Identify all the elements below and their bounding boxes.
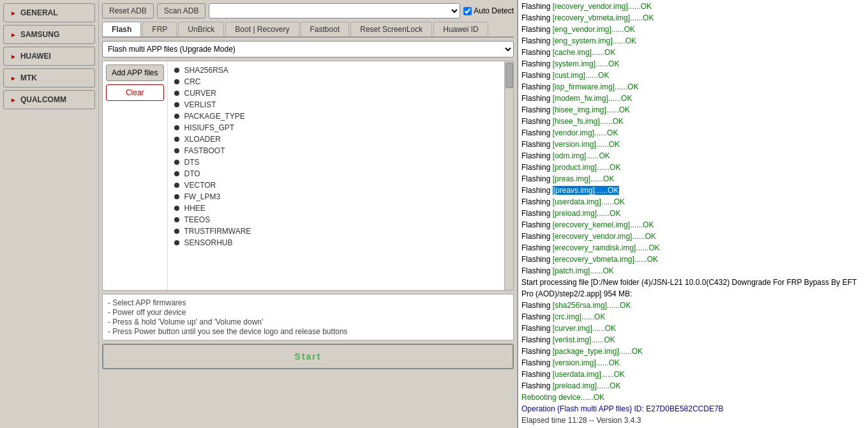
dot-icon bbox=[174, 240, 179, 245]
log-line: Flashing [userdata.img]......OK bbox=[521, 369, 865, 380]
list-item: FW_LPM3 bbox=[174, 191, 498, 203]
log-line: Flashing [cache.img]......OK bbox=[521, 47, 865, 58]
dot-icon bbox=[174, 91, 179, 96]
mode-select[interactable]: Flash multi APP files (Upgrade Mode) bbox=[102, 41, 514, 57]
log-line: Rebooting device......OK bbox=[521, 392, 865, 403]
log-line: Operation {Flash multi APP files} ID: E2… bbox=[521, 403, 865, 415]
file-controls: Add APP files Clear bbox=[103, 61, 168, 290]
tab-reset_screenlock[interactable]: Reset ScreenLock bbox=[350, 22, 432, 36]
file-name: SHA256RSA bbox=[184, 66, 228, 75]
instruction-line: - Select APP firmwares bbox=[108, 298, 508, 307]
tab-huawei_id[interactable]: Huawei ID bbox=[433, 22, 488, 36]
list-item: CURVER bbox=[174, 88, 498, 99]
arrow-icon: ► bbox=[10, 31, 17, 38]
list-item: PACKAGE_TYPE bbox=[174, 111, 498, 122]
sidebar-item-qualcomm[interactable]: ► QUALCOMM bbox=[3, 90, 95, 109]
port-select[interactable] bbox=[209, 3, 460, 19]
sidebar-item-mtk[interactable]: ► MTK bbox=[3, 68, 95, 88]
file-name: VECTOR bbox=[184, 181, 216, 190]
arrow-icon: ► bbox=[10, 96, 17, 103]
sidebar: ► GENERAL► SAMSUNG► HUAWEI► MTK► QUALCOM… bbox=[0, 0, 99, 428]
list-item: FASTBOOT bbox=[174, 145, 498, 157]
dot-icon bbox=[174, 125, 179, 130]
instruction-line: - Press & hold 'Volume up' and 'Volume d… bbox=[108, 317, 508, 326]
sidebar-item-label: SAMSUNG bbox=[20, 30, 59, 39]
file-name: FW_LPM3 bbox=[184, 192, 221, 201]
dot-icon bbox=[174, 171, 179, 176]
log-line: Flashing [erecovery_kernel.img]......OK bbox=[521, 219, 865, 231]
dot-icon bbox=[174, 206, 179, 211]
log-line: Flashing [version.img]......OK bbox=[521, 357, 865, 369]
log-line: Flashing [version.img]......OK bbox=[521, 139, 865, 150]
file-name: FASTBOOT bbox=[184, 146, 225, 155]
clear-button[interactable]: Clear bbox=[106, 84, 164, 101]
log-line: Flashing [odm.img]......OK bbox=[521, 150, 865, 162]
tab-frp[interactable]: FRP bbox=[142, 22, 177, 36]
file-name: TRUSTFIRMWARE bbox=[184, 227, 251, 236]
mode-row: Flash multi APP files (Upgrade Mode) bbox=[102, 41, 514, 57]
arrow-icon: ► bbox=[10, 75, 17, 82]
file-name: VERLIST bbox=[184, 100, 216, 109]
instruction-line: - Press Power button until you see the d… bbox=[108, 327, 508, 336]
log-line: Flashing [recovery_vendor.img]......OK bbox=[521, 1, 865, 12]
sidebar-item-samsung[interactable]: ► SAMSUNG bbox=[3, 25, 95, 44]
dot-icon bbox=[174, 194, 179, 199]
dot-icon bbox=[174, 68, 179, 73]
sidebar-item-general[interactable]: ► GENERAL bbox=[3, 3, 95, 22]
sidebar-item-label: QUALCOMM bbox=[20, 95, 66, 104]
dot-icon bbox=[174, 114, 179, 119]
dot-icon bbox=[174, 229, 179, 234]
log-line: Flashing [erecovery_vendor.img]......OK bbox=[521, 231, 865, 242]
log-line: Flashing [modem_fw.img]......OK bbox=[521, 93, 865, 104]
auto-detect-wrap: Auto Detect bbox=[463, 6, 514, 15]
list-item: DTS bbox=[174, 157, 498, 168]
log-line: Flashing [package_type.img]......OK bbox=[521, 346, 865, 357]
list-item: TRUSTFIRMWARE bbox=[174, 225, 498, 237]
file-name: HHEE bbox=[184, 204, 206, 213]
auto-detect-checkbox[interactable] bbox=[463, 7, 472, 15]
file-area: Add APP files Clear SHA256RSACRCCURVERVE… bbox=[102, 61, 514, 291]
dot-icon bbox=[174, 160, 179, 165]
sidebar-item-huawei[interactable]: ► HUAWEI bbox=[3, 47, 95, 66]
dot-icon bbox=[174, 183, 179, 188]
file-name: CRC bbox=[184, 77, 201, 86]
tab-boot_recovery[interactable]: Boot | Recovery bbox=[225, 22, 299, 36]
log-line: Flashing [cust.img]......OK bbox=[521, 70, 865, 81]
list-item: HHEE bbox=[174, 203, 498, 214]
tab-unbrick[interactable]: UnBrick bbox=[178, 22, 224, 36]
list-item: VECTOR bbox=[174, 180, 498, 191]
list-item: XLOADER bbox=[174, 134, 498, 145]
dot-icon bbox=[174, 148, 179, 153]
tab-flash[interactable]: Flash bbox=[102, 22, 141, 36]
reset-adb-button[interactable]: Reset ADB bbox=[102, 3, 154, 19]
log-line: Flashing [preavs.img]......OK bbox=[521, 185, 865, 196]
list-item: HISIUFS_GPT bbox=[174, 122, 498, 134]
log-panel: Flashing [kernel.img]......OKFlashing [v… bbox=[517, 0, 868, 428]
log-line: Flashing [crc.img]......OK bbox=[521, 311, 865, 323]
log-line: Flashing [system.img]......OK bbox=[521, 58, 865, 70]
dot-icon bbox=[174, 102, 179, 107]
file-list: SHA256RSACRCCURVERVERLISTPACKAGE_TYPEHIS… bbox=[168, 61, 505, 290]
add-files-button[interactable]: Add APP files bbox=[106, 65, 164, 81]
tab-fastboot[interactable]: Fastboot bbox=[301, 22, 350, 36]
file-name: TEEOS bbox=[184, 215, 211, 224]
file-scrollbar[interactable] bbox=[504, 61, 513, 290]
log-line: Flashing [eng_vendor.img]......OK bbox=[521, 24, 865, 35]
sidebar-item-label: HUAWEI bbox=[20, 52, 51, 61]
log-line: Flashing [preas.img]......OK bbox=[521, 173, 865, 185]
instruction-line: - Power off your device bbox=[108, 308, 508, 317]
log-line: Flashing [erecovery_ramdisk.img]......OK bbox=[521, 242, 865, 254]
log-line: Flashing [product.img]......OK bbox=[521, 162, 865, 173]
instructions-area: - Select APP firmwares- Power off your d… bbox=[102, 294, 514, 340]
scan-adb-button[interactable]: Scan ADB bbox=[157, 3, 206, 19]
start-button[interactable]: Start bbox=[102, 344, 514, 369]
file-name: DTO bbox=[184, 169, 200, 178]
list-item: TEEOS bbox=[174, 214, 498, 225]
log-line: Flashing [preload.img]......OK bbox=[521, 380, 865, 392]
log-line: Flashing [isp_firmware.img]......OK bbox=[521, 81, 865, 93]
arrow-icon: ► bbox=[10, 10, 17, 17]
tabs-bar: FlashFRPUnBrickBoot | RecoveryFastbootRe… bbox=[102, 22, 514, 38]
list-item: VERLIST bbox=[174, 99, 498, 111]
top-toolbar: Reset ADB Scan ADB Auto Detect bbox=[102, 3, 514, 19]
log-line: Flashing [hisee_img.img]......OK bbox=[521, 104, 865, 116]
